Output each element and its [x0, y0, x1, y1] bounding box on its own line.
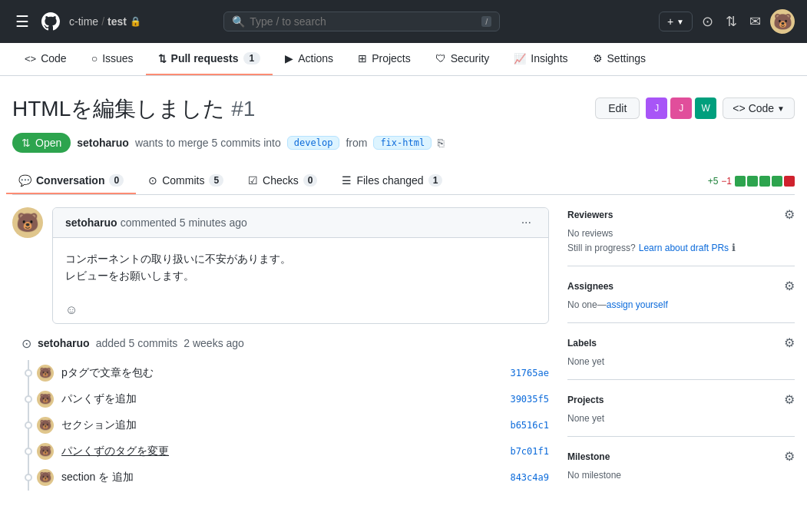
breadcrumb-repo[interactable]: test [107, 15, 127, 28]
commit-message-1[interactable]: pタグで文章を包む [61, 366, 502, 380]
comment-header: setoharuo commented 5 minutes ago ··· [53, 208, 548, 238]
emoji-reaction-button[interactable]: ☺ [65, 303, 78, 317]
diff-stat: +5 −1 [708, 176, 795, 187]
sidebar-assignees: Assignees ⚙ No one—assign yourself [567, 266, 795, 323]
pr-body: 🐻 setoharuo commented 5 minutes ago ··· … [12, 207, 795, 493]
projects-icon: ⊞ [358, 52, 367, 64]
subnav-item-projects[interactable]: ⊞ Projects [346, 43, 423, 75]
commits-author[interactable]: setoharuo [38, 337, 90, 349]
sidebar-labels: Labels ⚙ None yet [567, 323, 795, 380]
sidebar-projects-title: Projects [567, 395, 604, 405]
subnav-item-code[interactable]: <> Code [12, 43, 79, 75]
subnav: <> Code ○ Issues ⇅ Pull requests 1 ▶ Act… [0, 43, 807, 76]
comment-action: commented [121, 216, 177, 229]
checks-badge: 0 [303, 174, 318, 187]
commit-message-5[interactable]: section を 追加 [61, 471, 502, 484]
checks-icon: ☑ [248, 174, 258, 187]
files-icon: ☰ [342, 174, 352, 187]
copy-branch-button[interactable]: ⎘ [438, 137, 444, 149]
commit-message-3[interactable]: セクション追加 [61, 418, 502, 432]
comment-author-name[interactable]: setoharuo [65, 216, 117, 229]
pr-title: HTMLを編集しました #1 [12, 94, 255, 124]
diff-block-5 [784, 176, 795, 187]
github-logo [38, 9, 63, 34]
subnav-item-pull-requests[interactable]: ⇅ Pull requests 1 [146, 43, 273, 75]
pr-base-branch[interactable]: develop [287, 136, 340, 150]
tab-files-changed[interactable]: ☰ Files changed 1 [329, 168, 455, 194]
page-container: HTMLを編集しました #1 Edit J J W <> Code ▼ ⇅ Op… [0, 76, 807, 511]
milestone-gear-button[interactable]: ⚙ [784, 449, 795, 464]
slash-shortcut: / [481, 16, 491, 27]
sidebar-labels-content: None yet [567, 356, 795, 367]
draft-pr-link[interactable]: Learn about draft PRs [639, 243, 729, 253]
subnav-item-issues[interactable]: ○ Issues [79, 43, 146, 75]
commit-node-5 [25, 474, 32, 481]
pr-head-branch[interactable]: fix-html [373, 136, 432, 150]
subnav-item-settings[interactable]: ⚙ Settings [580, 43, 659, 75]
commit-hash-2[interactable]: 39035f5 [510, 394, 549, 405]
assignees-gear-button[interactable]: ⚙ [784, 279, 795, 293]
sidebar-reviewers: Reviewers ⚙ No reviews Still in progress… [567, 207, 795, 266]
comment-line2: レビューをお願いします。 [65, 267, 536, 284]
commit-hash-5[interactable]: 843c4a9 [510, 472, 549, 483]
comment-thread: 🐻 setoharuo commented 5 minutes ago ··· … [12, 207, 549, 324]
subnav-item-security[interactable]: 🛡 Security [423, 43, 502, 75]
code-button[interactable]: <> Code ▼ [723, 97, 795, 119]
commit-message-4[interactable]: パンくずのタグを変更 [61, 444, 502, 458]
commit-hash-4[interactable]: b7c01f1 [510, 446, 549, 457]
sidebar-milestone-header: Milestone ⚙ [567, 449, 795, 464]
assign-yourself-link[interactable]: assign yourself [607, 299, 668, 310]
pr-tabs: 💬 Conversation 0 ⊙ Commits 5 ☑ Checks 0 … [12, 168, 795, 195]
commit-hash-1[interactable]: 31765ae [510, 368, 549, 378]
commits-header: ⊙ setoharuo added 5 commits 2 weeks ago [12, 336, 549, 351]
insights-icon: 📈 [514, 53, 526, 64]
tab-checks[interactable]: ☑ Checks 0 [236, 168, 329, 194]
avatar[interactable]: 🐻 [770, 9, 795, 34]
inbox-icon-button[interactable]: ✉ [746, 10, 764, 33]
pr-author: setoharuo [77, 137, 129, 149]
reviewers-gear-button[interactable]: ⚙ [784, 207, 795, 222]
conversation-badge: 0 [109, 174, 124, 187]
labels-gear-button[interactable]: ⚙ [784, 335, 795, 350]
issue-icon-button[interactable]: ⊙ [699, 10, 716, 33]
commit-avatar-3: 🐻 [37, 417, 54, 434]
comment-menu-button[interactable]: ··· [517, 214, 536, 231]
commit-item: 🐻 section を 追加 843c4a9 [37, 464, 549, 491]
commit-hash-3[interactable]: b6516c1 [510, 420, 549, 431]
commits-action: added 5 commits [96, 337, 178, 349]
commit-node-1 [25, 369, 32, 377]
commits-list: 🐻 pタグで文章を包む 31765ae 🐻 パンくずを追加 39035f5 [12, 360, 549, 491]
projects-gear-button[interactable]: ⚙ [784, 392, 795, 407]
sidebar-assignees-content: No one—assign yourself [567, 299, 795, 310]
pr-from-text: from [346, 137, 367, 149]
subnav-item-insights[interactable]: 📈 Insights [501, 43, 580, 75]
commits-icon: ⊙ [148, 174, 157, 187]
editor-icons: J J W [646, 97, 716, 119]
no-reviews-text: No reviews [567, 228, 795, 239]
new-button[interactable]: + ▼ [659, 12, 693, 31]
issues-icon: ○ [91, 52, 98, 64]
commit-avatar-2: 🐻 [37, 391, 54, 408]
editor-icon-1: J [646, 97, 667, 119]
sidebar-reviewers-header: Reviewers ⚙ [567, 207, 795, 222]
commits-section: ⊙ setoharuo added 5 commits 2 weeks ago … [12, 336, 549, 491]
hamburger-button[interactable]: ☰ [12, 9, 32, 34]
comment-meta: setoharuo commented 5 minutes ago [65, 216, 247, 229]
comment-footer: ☺ [53, 297, 548, 323]
edit-button[interactable]: Edit [595, 97, 640, 119]
search-input[interactable] [250, 15, 477, 28]
tab-conversation[interactable]: 💬 Conversation 0 [6, 168, 136, 194]
tab-commits[interactable]: ⊙ Commits 5 [136, 168, 236, 194]
pull-requests-badge: 1 [243, 52, 261, 64]
commit-message-2[interactable]: パンくずを追加 [61, 392, 502, 406]
sidebar-labels-header: Labels ⚙ [567, 335, 795, 350]
commit-item: 🐻 パンくずのタグを変更 b7c01f1 [37, 438, 549, 464]
search-bar[interactable]: 🔍 / [223, 12, 500, 31]
subnav-item-actions[interactable]: ▶ Actions [273, 43, 346, 75]
draft-pr-info: Still in progress? Learn about draft PRs… [567, 242, 795, 253]
diff-block-1 [735, 176, 746, 187]
pr-icon-button[interactable]: ⇅ [723, 10, 740, 33]
diff-block-4 [772, 176, 782, 187]
no-labels-text: None yet [567, 356, 604, 367]
breadcrumb-user[interactable]: c-time [69, 15, 98, 28]
